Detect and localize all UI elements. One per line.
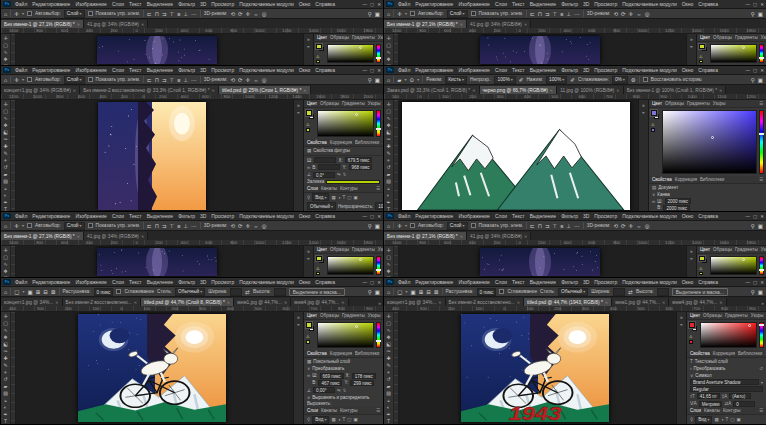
lasso-tool-icon[interactable]: ∿ xyxy=(386,327,390,333)
menu-layers[interactable]: Слои xyxy=(111,213,125,219)
tab-close-icon[interactable]: ✕ xyxy=(472,88,475,93)
foreground-color-swatch[interactable] xyxy=(651,110,657,116)
transform-field-input[interactable] xyxy=(314,157,336,163)
brush-tool-icon[interactable]: ✎ xyxy=(3,150,7,156)
document-tab[interactable]: Без имени-1 @ 100% (Слой 1, RGB/8#) *✕ xyxy=(624,86,727,94)
transform-field-input[interactable]: 467 пикс xyxy=(318,380,342,386)
color-panel-tab[interactable]: Цвет xyxy=(700,247,710,252)
tab-close-icon[interactable]: ✕ xyxy=(550,88,553,93)
swap-dimensions-icon[interactable]: ⇄ xyxy=(628,289,633,295)
quick-selection-tool-icon[interactable]: ❖ xyxy=(386,56,390,62)
color-picker-marker[interactable] xyxy=(711,136,714,139)
eyedropper-tool-icon[interactable]: ✑ xyxy=(386,136,390,142)
3d-orbit-icon[interactable]: ⟲ xyxy=(230,11,235,17)
color-picker-field[interactable] xyxy=(710,256,757,275)
lasso-tool-icon[interactable]: ∿ xyxy=(386,261,390,267)
gradient-tool-icon[interactable]: ▨ xyxy=(386,390,391,396)
move-tool-icon[interactable]: ✛ xyxy=(397,11,402,17)
color-panel-tab[interactable]: Цвет xyxy=(700,35,710,40)
search-icon[interactable]: ⚲ xyxy=(751,223,755,229)
selection-add-icon[interactable]: ⊞ xyxy=(419,289,424,295)
foreground-color-swatch[interactable] xyxy=(699,44,705,49)
width-input[interactable] xyxy=(613,288,625,296)
document-tab[interactable]: мем1.jpg @ 44,7%...✕ xyxy=(234,298,291,306)
color-panel-tab[interactable]: Градиенты xyxy=(352,35,375,40)
color-picker-field[interactable] xyxy=(317,110,374,137)
autoselect-target-select[interactable]: Слой▾ xyxy=(64,76,85,84)
type-tool-icon[interactable]: T xyxy=(4,418,7,424)
layers-panel-tab[interactable]: Контуры xyxy=(340,186,358,191)
3d-pan-icon[interactable]: ✛ xyxy=(246,11,251,17)
tab-close-icon[interactable]: ✕ xyxy=(662,300,665,305)
window-restore-button[interactable]: ▢ xyxy=(753,280,757,285)
search-icon[interactable]: ⚲ xyxy=(368,223,372,229)
link-dimensions-icon[interactable]: ∞ xyxy=(307,165,310,170)
eraser-tool-icon[interactable]: ▰ xyxy=(387,383,391,389)
dodge-tool-icon[interactable]: ◐ xyxy=(387,192,390,198)
align-center-icon[interactable]: ⊓ xyxy=(155,11,159,17)
align-top-icon[interactable]: ⊤ xyxy=(553,11,558,17)
hue-slider[interactable] xyxy=(759,110,764,174)
layers-panel-tab[interactable]: Контуры xyxy=(723,408,741,413)
align-top-icon[interactable]: ⊤ xyxy=(170,223,175,229)
document-tab[interactable]: Заказ.psd @ 33,3% (Слой 1, RGB/8) *✕ xyxy=(384,86,480,94)
gradient-tool-icon[interactable]: ▨ xyxy=(3,178,8,184)
marquee-tool-icon[interactable]: ▢ xyxy=(397,289,402,295)
menu-window[interactable]: Окно xyxy=(298,67,312,73)
gamut-warning-icon[interactable]: ⚠ xyxy=(651,122,655,127)
tab-close-icon[interactable]: ✕ xyxy=(77,234,80,239)
quick-selection-tool-icon[interactable]: ❖ xyxy=(3,334,7,340)
menu-view[interactable]: Просмотр xyxy=(210,1,235,7)
lasso-tool-icon[interactable]: ∿ xyxy=(386,115,390,121)
layers-panel-tab[interactable]: Каналы xyxy=(704,408,720,413)
menu-3d[interactable]: 3D xyxy=(582,67,590,73)
3d-scale-icon[interactable]: ◎ xyxy=(262,223,267,229)
hue-slider[interactable] xyxy=(759,44,764,63)
healing-brush-tool-icon[interactable]: ✚ xyxy=(386,355,390,361)
history-brush-tool-icon[interactable]: ↺ xyxy=(386,164,390,170)
tab-close-icon[interactable]: ✕ xyxy=(55,300,58,305)
move-tool-icon[interactable]: ✛ xyxy=(386,101,390,107)
hue-slider[interactable] xyxy=(759,322,764,348)
window-minimize-button[interactable]: — xyxy=(745,214,750,219)
opacity-pressure-icon[interactable]: ✐ xyxy=(519,77,524,83)
align-middle-icon[interactable]: ≡ xyxy=(560,223,563,229)
hue-slider[interactable] xyxy=(376,322,381,348)
eraser-tool-icon[interactable]: ▰ xyxy=(4,171,8,177)
align-more-icon[interactable]: ⋯ xyxy=(574,11,580,17)
show-transform-controls-checkbox[interactable] xyxy=(88,11,93,16)
document-tab[interactable]: 41.jpg @ 34% (RGB/8#)✕ xyxy=(84,20,148,28)
type-tool-icon[interactable]: T xyxy=(387,418,390,424)
filter-shape-layers-icon[interactable]: ▢ xyxy=(730,417,734,422)
home-icon[interactable]: ⌂ xyxy=(4,223,7,229)
lasso-tool-icon[interactable]: ∿ xyxy=(3,261,7,267)
3d-orbit-icon[interactable]: ⟲ xyxy=(613,11,618,17)
history-brush-tool-icon[interactable]: ↺ xyxy=(3,164,7,170)
menu-image[interactable]: Изображение xyxy=(74,279,108,285)
document-tab[interactable]: titled.psd @ 44,7% (1943, RGB/8) *✕ xyxy=(524,298,612,306)
comments-icon[interactable]: ❞ xyxy=(690,45,693,51)
search-icon[interactable]: ⚲ xyxy=(368,11,372,17)
swap-dimensions-icon[interactable]: ⇄ xyxy=(245,289,250,295)
menu-edit[interactable]: Редактирование xyxy=(31,67,71,73)
menu-help[interactable]: Справка xyxy=(697,67,719,73)
document-tab[interactable]: 41.jpg @ 34% (RGB/8#)✕ xyxy=(467,20,531,28)
color-panel-tab[interactable]: Узоры xyxy=(751,313,764,318)
menu-layers[interactable]: Слои xyxy=(494,213,508,219)
canvas-area[interactable] xyxy=(11,246,303,277)
align-middle-icon[interactable]: ≡ xyxy=(177,223,180,229)
menu-edit[interactable]: Редактирование xyxy=(414,67,454,73)
filter-smart-objects-icon[interactable]: ▣ xyxy=(736,417,740,422)
autoselect-checkbox[interactable] xyxy=(410,11,415,16)
foreground-color-swatch[interactable] xyxy=(306,322,312,328)
color-panel-tab[interactable]: Цвет xyxy=(690,313,700,318)
menu-type[interactable]: Текст xyxy=(128,279,143,285)
menu-plugins[interactable]: Подключаемые модули xyxy=(238,1,294,7)
color-picker-marker[interactable] xyxy=(748,324,751,327)
filter-adjustment-layers-icon[interactable]: ◑ xyxy=(338,417,341,422)
eraser-tool-icon[interactable]: ▰ xyxy=(4,383,8,389)
color-picker-field[interactable] xyxy=(317,322,374,348)
document-tab[interactable]: концепт1.jpg @ 34%...✕ xyxy=(384,298,446,306)
menu-help[interactable]: Справка xyxy=(697,279,719,285)
font-size-input[interactable]: 41,65 пт xyxy=(697,393,720,399)
